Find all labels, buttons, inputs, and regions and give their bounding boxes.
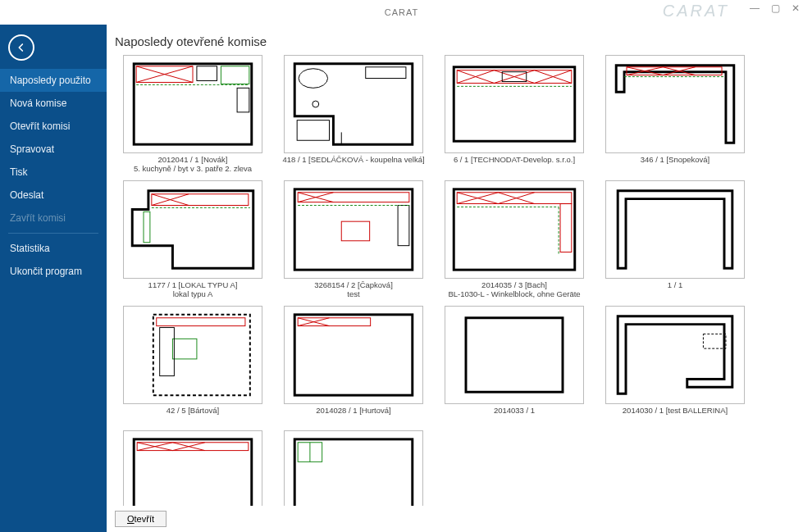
card-caption: 2014028 / 1 [Hurtová] [280, 406, 427, 424]
svg-rect-33 [144, 211, 150, 242]
thumbnail-scroll[interactable]: 2012041 / 1 [Novák]5. kuchyně / byt v 3.… [107, 55, 803, 506]
arrow-left-icon [15, 41, 28, 54]
svg-rect-39 [398, 205, 409, 245]
back-button[interactable] [8, 34, 34, 61]
floorplan-thumbnail[interactable] [284, 306, 423, 404]
commission-card[interactable]: 2012041 / 1 [Novák]5. kuchyně / byt v 3.… [115, 55, 271, 174]
commission-card[interactable]: 2014028 / 1 [Hurtová] [276, 306, 431, 424]
card-caption: 346 / 1 [Snopeková] [601, 155, 749, 173]
card-line2: lokal typu A [119, 289, 267, 298]
commission-card[interactable]: 346 / 1 [Snopeková] [597, 55, 753, 174]
card-line1: 2014033 / 1 [440, 406, 588, 415]
floorplan-thumbnail[interactable] [284, 430, 423, 506]
card-caption: 42 / 5 [Bártová] [119, 406, 267, 424]
floorplan-thumbnail[interactable] [605, 180, 745, 279]
sidebar-item-print[interactable]: Tisk [0, 161, 107, 184]
thumbnail-grid: 2012041 / 1 [Novák]5. kuchyně / byt v 3.… [115, 55, 798, 506]
svg-rect-29 [152, 194, 249, 206]
card-caption: 2014030 / 1 [test BALLERINA] [601, 406, 749, 424]
svg-rect-58 [466, 317, 563, 391]
commission-card[interactable] [276, 430, 431, 506]
floorplan-thumbnail[interactable] [284, 55, 423, 153]
floorplan-thumbnail[interactable] [445, 55, 584, 153]
floorplan-thumbnail[interactable] [123, 55, 262, 153]
card-caption: 2014033 / 1 [440, 406, 588, 424]
svg-rect-7 [237, 88, 249, 112]
sidebar-separator [8, 233, 98, 234]
floorplan-thumbnail[interactable] [123, 430, 262, 506]
card-line1: 2014028 / 1 [Hurtová] [280, 406, 427, 415]
floorplan-thumbnail[interactable] [284, 180, 423, 279]
floorplan-thumbnail[interactable] [605, 306, 745, 404]
floorplan-thumbnail[interactable] [123, 180, 262, 279]
svg-rect-50 [153, 314, 250, 394]
minimize-button[interactable]: — [750, 3, 760, 13]
card-line1: 42 / 5 [Bártová] [119, 406, 267, 415]
card-line1: 2014030 / 1 [test BALLERINA] [601, 406, 749, 415]
svg-rect-51 [157, 317, 245, 325]
page-title: Naposledy otevřené komise [107, 25, 803, 55]
sidebar-item-recent[interactable]: Naposledy použito [0, 69, 107, 92]
sidebar-item-manage[interactable]: Spravovat [0, 138, 107, 161]
card-line1: 3268154 / 2 [Čapková] [280, 280, 427, 289]
svg-rect-60 [134, 439, 252, 506]
open-button[interactable]: Otevřít [115, 511, 167, 527]
card-line1: 418 / 1 [SEDLÁČKOVÁ - koupelna velká] [280, 155, 427, 164]
brand-logo: CARAT [663, 2, 729, 20]
floorplan-thumbnail[interactable] [445, 180, 584, 279]
svg-rect-52 [172, 339, 196, 359]
card-caption: 1 / 1 [601, 280, 749, 298]
svg-rect-66 [294, 439, 413, 506]
card-line1: 2014035 / 3 [Bach] [440, 280, 588, 289]
svg-rect-38 [341, 221, 369, 241]
commission-card[interactable]: 42 / 5 [Bártová] [115, 306, 271, 424]
svg-rect-42 [457, 193, 572, 204]
card-line1: 1 / 1 [601, 280, 749, 289]
card-line2: BL-1030-L - Winkelblock, ohne Geräte [440, 289, 588, 298]
maximize-button[interactable]: ▢ [771, 3, 780, 13]
floorplan-thumbnail[interactable] [605, 55, 745, 153]
svg-point-8 [299, 69, 327, 89]
titlebar: CARAT CARAT — ▢ ✕ [0, 0, 803, 25]
commission-card[interactable]: 418 / 1 [SEDLÁČKOVÁ - koupelna velká] [276, 55, 431, 174]
card-line1: 346 / 1 [Snopeková] [601, 155, 749, 164]
app-title: CARAT [385, 7, 418, 17]
sidebar-item-send[interactable]: Odeslat [0, 184, 107, 207]
commission-card[interactable]: 1 / 1 [597, 180, 753, 299]
svg-rect-4 [197, 66, 217, 81]
floorplan-thumbnail[interactable] [445, 306, 584, 404]
card-caption: 2014035 / 3 [Bach]BL-1030-L - Winkelbloc… [440, 280, 588, 299]
svg-rect-53 [160, 327, 175, 375]
card-caption: 2012041 / 1 [Novák]5. kuchyně / byt v 3.… [119, 155, 267, 174]
card-line1: 2012041 / 1 [Novák] [119, 155, 267, 164]
svg-rect-5 [221, 66, 249, 84]
card-line2: 5. kuchyně / byt v 3. patře 2. zleva [119, 164, 267, 173]
svg-rect-9 [366, 67, 406, 79]
card-caption: 1177 / 1 [LOKAL TYPU A]lokal typu A [119, 280, 267, 299]
commission-card[interactable]: 2014030 / 1 [test BALLERINA] [597, 306, 753, 424]
commission-card[interactable]: 3268154 / 2 [Čapková]test [276, 180, 431, 299]
sidebar-item-close-commission: Zavřít komisi [0, 207, 107, 230]
commission-card[interactable]: 2014033 / 1 [436, 306, 592, 424]
sidebar-item-exit[interactable]: Ukončit program [0, 260, 107, 283]
card-line1: 6 / 1 [TECHNODAT-Develop. s.r.o.] [440, 155, 588, 164]
sidebar-item-open[interactable]: Otevřít komisi [0, 115, 107, 138]
commission-card[interactable] [115, 430, 271, 506]
window-controls: — ▢ ✕ [750, 3, 800, 13]
floorplan-thumbnail[interactable] [123, 306, 262, 404]
footer: Otevřít [107, 506, 803, 532]
close-button[interactable]: ✕ [792, 3, 800, 13]
svg-rect-41 [454, 189, 575, 270]
sidebar-item-stats[interactable]: Statistika [0, 237, 107, 260]
sidebar: Naposledy použito Nová komise Otevřít ko… [0, 25, 107, 532]
svg-rect-47 [560, 203, 572, 252]
svg-rect-54 [294, 314, 413, 394]
svg-rect-34 [294, 189, 413, 270]
commission-card[interactable]: 2014035 / 3 [Bach]BL-1030-L - Winkelbloc… [436, 180, 592, 299]
svg-point-10 [313, 101, 319, 107]
card-line1: 1177 / 1 [LOKAL TYPU A] [119, 280, 267, 289]
sidebar-item-new[interactable]: Nová komise [0, 92, 107, 115]
commission-card[interactable]: 1177 / 1 [LOKAL TYPU A]lokal typu A [115, 180, 271, 299]
card-caption: 6 / 1 [TECHNODAT-Develop. s.r.o.] [440, 155, 588, 173]
commission-card[interactable]: 6 / 1 [TECHNODAT-Develop. s.r.o.] [436, 55, 592, 174]
